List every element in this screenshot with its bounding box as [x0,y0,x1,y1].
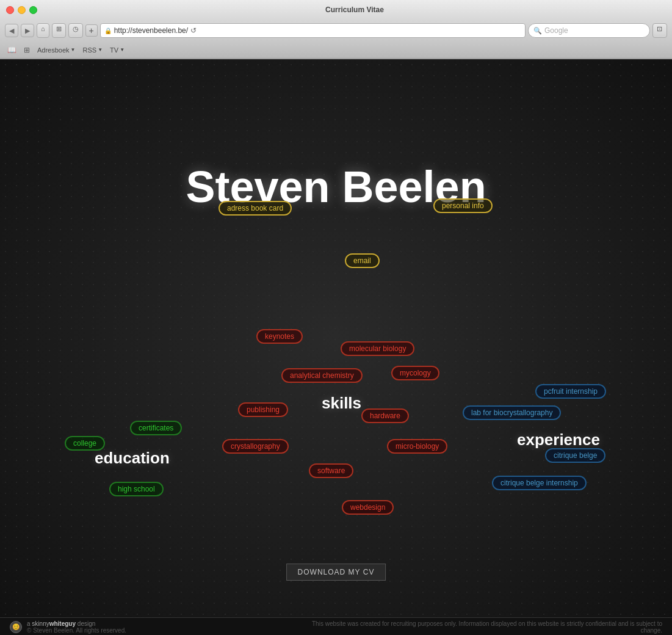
dropdown-caret: ▼ [120,47,125,53]
tag-personal-info[interactable]: personal info [433,198,493,213]
extensions-button[interactable]: ⊡ [652,23,667,38]
tag-software[interactable]: software [309,463,353,478]
tag-lab-for-biocrystallography[interactable]: lab for biocrystallography [463,405,561,420]
bookmark-adresboek[interactable]: Adresboek ▼ [37,46,76,54]
section-label-experience: experience [517,430,600,449]
bookmarks-bar: 📖 ⊞ Adresboek ▼ RSS ▼ TV ▼ [0,42,672,59]
tag-adress-book-card[interactable]: adress book card [219,201,292,216]
footer: 😊 a skinnywhiteguy design © Steven Beele… [0,617,672,635]
tag-certificates[interactable]: certificates [130,421,182,435]
home-button[interactable]: ⌂ [37,23,49,38]
grid-button[interactable]: ⊞ [52,23,66,38]
history-button[interactable]: ◷ [68,23,83,38]
copyright-text: © Steven Beelen. All rights reserved. [27,627,126,634]
tag-citrique-belge[interactable]: citrique belge [545,448,605,463]
minimize-button[interactable] [18,6,26,14]
url-text: http://stevenbeelen.be/ [114,26,188,35]
page-content: Steven Beelen adress book card personal … [0,59,672,617]
dropdown-caret: ▼ [98,47,103,53]
title-bar: Curriculum Vitae [0,0,672,20]
search-icon: 🔍 [533,27,542,35]
tag-crystallography[interactable]: crystallography [222,439,289,454]
traffic-lights [6,6,37,14]
forward-button[interactable]: ▶ [21,24,34,37]
download-cv-button[interactable]: DOWNLOAD MY CV [286,564,386,581]
browser-chrome: Curriculum Vitae ◀ ▶ ⌂ ⊞ ◷ + 🔒 http://st… [0,0,672,59]
tag-publishing[interactable]: publishing [238,402,288,417]
tag-molecular-biology[interactable]: molecular biology [341,341,414,356]
whiteguy-text: whiteguy [49,620,76,627]
section-label-skills: skills [322,394,361,413]
lock-icon: 🔒 [104,27,112,34]
tag-mycology[interactable]: mycology [391,366,439,380]
window-title: Curriculum Vitae [43,5,666,14]
nav-bar: ◀ ▶ ⌂ ⊞ ◷ + 🔒 http://stevenbeelen.be/ ↺ … [0,20,672,42]
tag-analytical-chemistry[interactable]: analytical chemistry [281,368,363,383]
dropdown-caret: ▼ [71,47,76,53]
tag-keynotes[interactable]: keynotes [256,329,303,344]
bookmark-book-icon: 📖 [7,46,16,54]
tag-email[interactable]: email [345,253,380,268]
search-text: Google [544,26,568,35]
section-label-education: education [95,449,170,468]
footer-disclaimer: This website was created for recruiting … [296,620,662,634]
tag-high-school[interactable]: high school [109,482,164,496]
tag-webdesign[interactable]: webdesign [342,500,394,515]
bookmark-tv[interactable]: TV ▼ [110,46,125,54]
bookmark-grid-icon: ⊞ [24,46,30,54]
tag-citrique-belge-internship[interactable]: citrique belge internship [492,476,587,490]
footer-designer-text: a skinnywhiteguy design © Steven Beelen.… [27,620,126,634]
close-button[interactable] [6,6,14,14]
search-bar[interactable]: 🔍 Google [528,23,650,38]
design-text: design [78,620,95,627]
address-bar[interactable]: 🔒 http://stevenbeelen.be/ ↺ [100,23,526,38]
back-button[interactable]: ◀ [5,24,18,37]
footer-avatar: 😊 [10,621,22,633]
tag-micro-biology[interactable]: micro-biology [387,439,447,454]
tag-pcfruit-internship[interactable]: pcfruit internship [535,384,606,399]
reload-icon[interactable]: ↺ [190,26,197,35]
footer-left: 😊 a skinnywhiteguy design © Steven Beele… [10,620,126,634]
add-tab-button[interactable]: + [85,24,98,37]
skinny-text: skinny [32,620,49,627]
bookmark-rss[interactable]: RSS ▼ [83,46,103,54]
maximize-button[interactable] [29,6,37,14]
tag-hardware[interactable]: hardware [361,408,409,423]
